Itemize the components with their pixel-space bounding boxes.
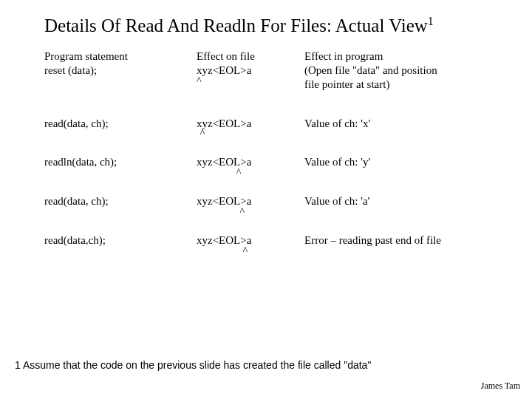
header-file-box: xyz<EOL>a ^ xyxy=(197,64,251,78)
stmt-cell: read(data,ch); xyxy=(44,233,197,273)
header-stmt-l2: reset (data); xyxy=(44,64,192,78)
caret-icon: ^ xyxy=(242,245,248,258)
slide-title-text: Details Of Read And Readln For Files: Ac… xyxy=(44,16,428,35)
header-effect-l2: (Open file "data" and position xyxy=(304,64,498,78)
file-cell: xyz<EOL>a ^ xyxy=(197,117,304,156)
stmt-cell: readln(data, ch); xyxy=(44,155,197,194)
caret-icon: ^ xyxy=(239,205,245,219)
header-file-l1: Effect on file xyxy=(197,50,300,64)
file-box: xyz<EOL>a ^ xyxy=(197,155,251,169)
file-box: xyz<EOL>a ^ xyxy=(197,194,251,208)
author-credit: James Tam xyxy=(481,381,520,392)
table-row: read(data,ch); xyz<EOL>a ^ Error – readi… xyxy=(44,233,502,273)
file-cell: xyz<EOL>a ^ xyxy=(197,155,304,194)
file-box: xyz<EOL>a ^ xyxy=(197,233,251,248)
file-cell: xyz<EOL>a ^ xyxy=(197,233,304,273)
effect-cell: Error – reading past end of file xyxy=(304,233,502,273)
caret-icon: ^ xyxy=(197,75,202,88)
file-text: xyz<EOL>a xyxy=(197,156,251,168)
header-effect-l3: file pointer at start) xyxy=(304,78,498,92)
effect-cell: Value of ch: 'x' xyxy=(304,117,502,156)
header-file-cell: Effect on file xyz<EOL>a ^ xyxy=(197,50,304,116)
table-row: read(data, ch); xyz<EOL>a ^ Value of ch:… xyxy=(44,194,502,233)
caret-icon: ^ xyxy=(200,127,205,140)
table-row: read(data, ch); xyz<EOL>a ^ Value of ch:… xyxy=(44,117,502,156)
file-cell: xyz<EOL>a ^ xyxy=(197,194,304,233)
table-row: readln(data, ch); xyz<EOL>a ^ Value of c… xyxy=(44,155,502,194)
effect-cell: Value of ch: 'y' xyxy=(304,155,502,194)
stmt-cell: read(data, ch); xyxy=(44,117,197,156)
read-readln-table: Program statement reset (data); Effect o… xyxy=(44,50,502,272)
slide-title-sup: 1 xyxy=(428,15,434,27)
header-stmt-cell: Program statement reset (data); xyxy=(44,50,197,116)
header-file-text: xyz<EOL>a xyxy=(197,64,251,76)
header-stmt-l1: Program statement xyxy=(44,50,192,64)
slide-title: Details Of Read And Readln For Files: Ac… xyxy=(44,15,502,36)
header-effect-l1: Effect in program xyxy=(304,50,498,64)
table-header-row: Program statement reset (data); Effect o… xyxy=(44,50,502,116)
caret-icon: ^ xyxy=(236,166,242,180)
stmt-cell: read(data, ch); xyxy=(44,194,197,233)
header-effect-cell: Effect in program (Open file "data" and … xyxy=(304,50,502,116)
footnote: 1 Assume that the code on the previous s… xyxy=(15,359,371,371)
effect-cell: Value of ch: 'a' xyxy=(304,194,502,233)
file-box: xyz<EOL>a ^ xyxy=(197,117,251,131)
